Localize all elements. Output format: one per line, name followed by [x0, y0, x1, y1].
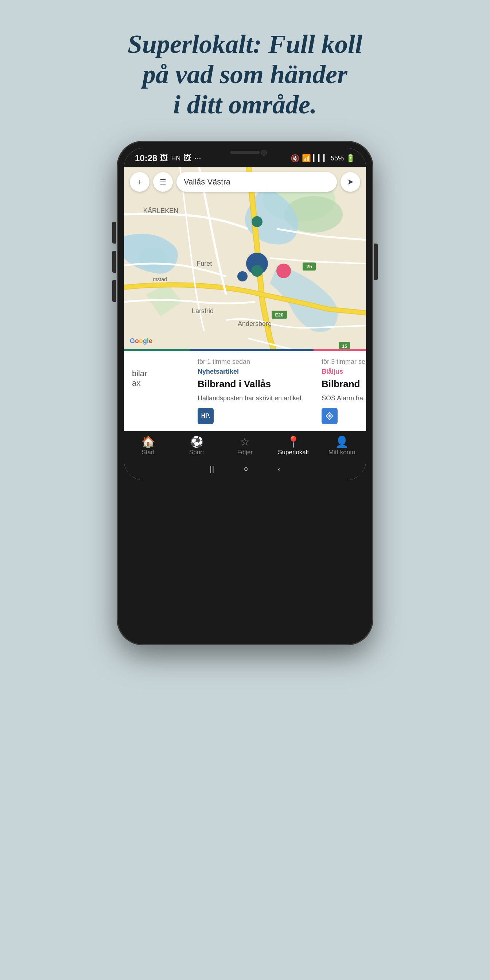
card-right[interactable]: för 3 timmar se... Blåljus Bilbrand SOS … — [313, 349, 366, 431]
marker-teal-top[interactable] — [251, 216, 262, 227]
status-battery: 55% — [331, 154, 344, 162]
status-signal-icon: ▎▎▎ — [313, 154, 328, 162]
status-wifi-icon: 📶 — [302, 154, 311, 162]
status-icon-img2: 🖼 — [183, 153, 191, 163]
nav-label-sport: Sport — [189, 449, 204, 456]
headline-line1: Superlokalt: Full koll — [127, 30, 363, 59]
navigate-icon: ➤ — [347, 177, 354, 187]
google-attribution: Google — [130, 337, 153, 345]
cards-container: bilarax för 1 timme sedan Nyhetsartikel … — [124, 349, 366, 431]
sos-logo-icon — [325, 411, 335, 421]
status-hn: HN — [171, 154, 180, 162]
app-headline: Superlokalt: Full koll på vad som händer… — [127, 29, 363, 119]
google-g: G — [130, 337, 135, 345]
sport-icon: ⚽ — [190, 436, 204, 447]
card-left-partial[interactable]: bilarax — [124, 349, 189, 431]
card-center-logo: HP. — [197, 408, 214, 424]
phone-screen: 10:28 🖼 HN 🖼 ··· 🔇 📶 ▎▎▎ 55% 🔋 — [124, 148, 366, 480]
nav-label-mitt-konto: Mitt konto — [328, 449, 355, 456]
android-home-button[interactable]: ○ — [243, 464, 248, 474]
card-right-desc: SOS Alarm ha... — [321, 394, 366, 403]
card-center-desc: Hallandsposten har skrivit en artikel. — [197, 394, 305, 403]
card-right-tag: Blåljus — [321, 368, 366, 375]
map-toolbar: + ☰ Vallås Västra ➤ — [124, 167, 366, 197]
star-icon: ☆ — [240, 436, 250, 447]
account-icon: 👤 — [335, 436, 348, 447]
marker-teal-middle[interactable] — [251, 265, 263, 277]
status-time: 10:28 — [135, 153, 157, 163]
card-right-logo — [321, 408, 337, 424]
marker-pink[interactable] — [276, 264, 291, 278]
status-icon-image: 🖼 — [160, 153, 168, 163]
card-center-title: Bilbrand i Vallås — [197, 379, 305, 390]
status-left: 10:28 🖼 HN 🖼 ··· — [135, 153, 201, 163]
nav-item-superlokalt[interactable]: 📍 Superlokalt — [275, 436, 312, 456]
map-location-button[interactable]: ➤ — [340, 172, 360, 192]
nav-label-foljer: Följer — [237, 449, 253, 456]
bottom-navigation: 🏠 Start ⚽ Sport ☆ Följer 📍 Superlokalt 👤… — [124, 431, 366, 460]
nav-item-sport[interactable]: ⚽ Sport — [178, 436, 215, 456]
card-center-time: för 1 timme sedan — [197, 358, 305, 366]
nav-item-start[interactable]: 🏠 Start — [130, 436, 166, 456]
map-container[interactable]: 25 E20 15 KÄRLEKEN Furet Larsfrid Anders… — [124, 167, 366, 349]
card-center[interactable]: för 1 timme sedan Nyhetsartikel Bilbrand… — [189, 349, 313, 431]
camera — [261, 150, 267, 156]
earpiece — [231, 151, 259, 154]
nav-label-start: Start — [142, 449, 154, 456]
card-center-tag: Nyhetsartikel — [197, 368, 305, 375]
nav-label-superlokalt: Superlokalt — [278, 449, 309, 456]
svg-text:25: 25 — [306, 264, 312, 269]
location-text: Vallås Västra — [184, 177, 231, 187]
status-right: 🔇 📶 ▎▎▎ 55% 🔋 — [291, 154, 355, 162]
marker-blue-small[interactable] — [237, 271, 248, 282]
card-right-title: Bilbrand — [321, 379, 366, 390]
android-nav-bar: ||| ○ ‹ — [124, 460, 366, 480]
android-back-button[interactable]: ||| — [210, 464, 215, 474]
status-battery-icon: 🔋 — [346, 154, 355, 162]
status-more: ··· — [194, 153, 201, 163]
menu-icon: ☰ — [160, 178, 166, 186]
nav-item-foljer[interactable]: ☆ Följer — [227, 436, 263, 456]
card-right-time: för 3 timmar se... — [321, 358, 366, 366]
svg-text:E20: E20 — [275, 312, 283, 318]
phone-device: 10:28 🖼 HN 🖼 ··· 🔇 📶 ▎▎▎ 55% 🔋 — [118, 142, 372, 644]
nav-item-mitt-konto[interactable]: 👤 Mitt konto — [324, 436, 360, 456]
map-menu-button[interactable]: ☰ — [153, 172, 173, 192]
headline-line3: i ditt område. — [173, 90, 317, 119]
map-zoom-button[interactable]: + — [130, 172, 150, 192]
home-icon: 🏠 — [142, 436, 155, 447]
card-left-text: bilarax — [132, 358, 181, 388]
plus-icon: + — [137, 177, 142, 187]
android-recents-button[interactable]: ‹ — [278, 464, 280, 474]
location-pin-icon: 📍 — [286, 436, 300, 447]
map-location-bar[interactable]: Vallås Västra — [177, 172, 337, 192]
phone-notch — [212, 148, 278, 158]
svg-text:15: 15 — [342, 344, 347, 349]
headline-line2: på vad som händer — [143, 60, 347, 89]
status-mute-icon: 🔇 — [291, 154, 300, 162]
